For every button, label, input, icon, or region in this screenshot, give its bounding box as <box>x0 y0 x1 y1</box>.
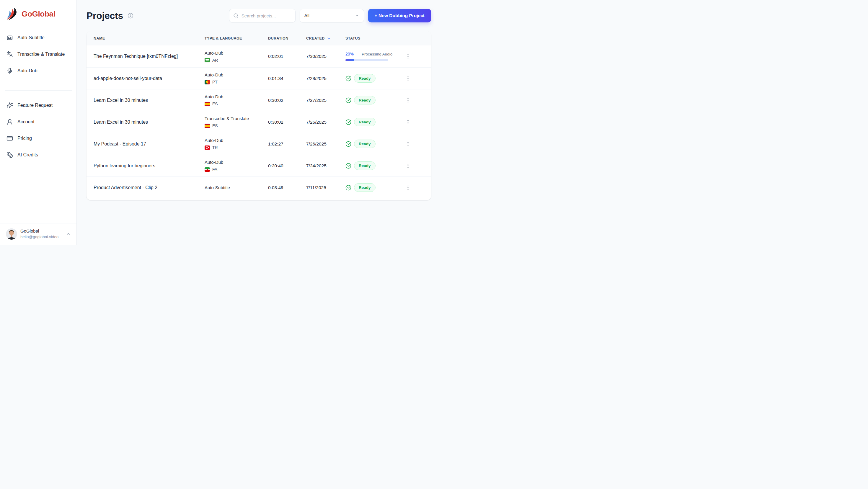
status-ready: Ready <box>345 74 400 83</box>
translate-icon <box>6 51 13 58</box>
project-type-language: Auto-Dub AR <box>205 51 268 63</box>
check-circle-icon <box>345 163 351 169</box>
project-type: Auto-Subtitle <box>205 185 268 190</box>
check-circle-icon <box>345 97 351 103</box>
search-icon <box>233 13 239 18</box>
project-name: My Podcast - Episode 17 <box>94 141 205 147</box>
sidebar-item-auto-dub[interactable]: Auto-Dub <box>4 64 73 77</box>
project-type-language: Auto-Dub FA <box>205 160 268 172</box>
project-type-language: Auto-Subtitle <box>205 185 268 190</box>
sparkles-icon <box>6 102 13 108</box>
project-type: Auto-Dub <box>205 51 268 56</box>
kebab-menu-icon <box>405 54 411 59</box>
row-actions-menu-button[interactable] <box>403 73 413 84</box>
sidebar-item-pricing[interactable]: Pricing <box>4 132 73 145</box>
project-status: Ready <box>345 183 400 192</box>
main-content: Projects All + New Dub <box>77 0 434 244</box>
kebab-menu-icon <box>405 97 411 103</box>
search-box <box>229 9 296 23</box>
project-language: FA <box>205 167 268 172</box>
table-row: Learn Excel in 30 minutes Transcribe & T… <box>87 111 431 133</box>
project-type-language: Auto-Dub TR <box>205 138 268 150</box>
brand-name: GoGlobal <box>22 9 56 19</box>
table-row: My Podcast - Episode 17 Auto-Dub TR 1:02… <box>87 133 431 155</box>
sidebar-item-auto-subtitle[interactable]: Auto-Subtitle <box>4 31 73 44</box>
new-dubbing-project-button[interactable]: + New Dubbing Project <box>368 9 431 23</box>
table-row: The Feynman Technique [tkm0TNFzIeg] Auto… <box>87 45 431 67</box>
column-header-name: NAME <box>94 36 205 40</box>
project-duration: 0:03:49 <box>268 185 306 190</box>
language-flag-icon <box>205 145 210 150</box>
language-code: PT <box>212 80 218 85</box>
project-name: Learn Excel in 30 minutes <box>94 120 205 125</box>
row-actions-menu-button[interactable] <box>403 51 413 61</box>
project-created-date: 7/26/2025 <box>306 120 345 125</box>
chevron-down-icon <box>354 13 359 18</box>
project-duration: 0:01:34 <box>268 76 306 81</box>
sort-chevron-down-icon <box>327 36 331 41</box>
language-code: ES <box>212 123 218 128</box>
search-input[interactable] <box>242 13 291 18</box>
row-actions-menu-button[interactable] <box>403 183 413 193</box>
sidebar-item-feature-request[interactable]: Feature Request <box>4 99 73 112</box>
status-badge: Ready <box>354 161 376 170</box>
project-name: Python learning for beginners <box>94 163 205 168</box>
primary-nav: Auto-Subtitle Transcribe & Translate Aut… <box>0 23 76 77</box>
kebab-menu-icon <box>405 75 411 82</box>
table-row: ad-apple-does-not-sell-your-data Auto-Du… <box>87 67 431 89</box>
page-title: Projects <box>87 10 123 21</box>
project-type: Auto-Dub <box>205 160 268 165</box>
project-created-date: 7/11/2025 <box>306 185 345 190</box>
sidebar-item-transcribe-translate[interactable]: Transcribe & Translate <box>4 48 73 61</box>
project-language: ES <box>205 101 268 106</box>
column-header-status: STATUS <box>345 36 400 40</box>
status-ready: Ready <box>345 118 400 126</box>
project-duration: 1:02:27 <box>268 141 306 147</box>
brand-logo[interactable]: GoGlobal <box>0 0 76 23</box>
sidebar-item-label: AI Credits <box>18 152 38 158</box>
project-duration: 0:20:40 <box>268 163 306 168</box>
table-row: Python learning for beginners Auto-Dub F… <box>87 155 431 176</box>
filter-value: All <box>304 13 309 18</box>
project-name: The Feynman Technique [tkm0TNFzIeg] <box>94 54 205 59</box>
project-type: Transcribe & Translate <box>205 116 268 121</box>
info-icon[interactable] <box>128 13 133 19</box>
language-flag-icon <box>205 167 210 172</box>
goglobal-logo-icon <box>5 7 19 21</box>
row-actions-menu-button[interactable] <box>403 161 413 171</box>
language-code: AR <box>212 58 218 63</box>
captions-icon <box>6 35 13 41</box>
project-duration: 0:30:02 <box>268 98 306 103</box>
project-duration: 0:30:02 <box>268 120 306 125</box>
project-name: ad-apple-does-not-sell-your-data <box>94 76 205 81</box>
user-menu[interactable]: GoGlobal hello@goglobal.video <box>0 223 76 244</box>
kebab-menu-icon <box>405 163 411 169</box>
sidebar-item-label: Pricing <box>18 136 32 141</box>
filter-select[interactable]: All <box>300 9 364 23</box>
language-flag-icon <box>205 80 210 85</box>
progress-stage-label: Processing Audio <box>362 52 392 56</box>
row-actions-menu-button[interactable] <box>403 117 413 127</box>
project-status: Ready <box>345 139 400 148</box>
progress-bar-fill <box>345 59 354 61</box>
sidebar-item-account[interactable]: Account <box>4 116 73 128</box>
sidebar-item-label: Auto-Dub <box>18 68 37 73</box>
status-badge: Ready <box>354 118 376 126</box>
project-language: PT <box>205 80 268 85</box>
project-duration: 0:02:01 <box>268 54 306 59</box>
project-created-date: 7/26/2025 <box>306 141 345 147</box>
user-email: hello@goglobal.video <box>20 235 58 240</box>
row-actions-menu-button[interactable] <box>403 139 413 149</box>
row-actions-menu-button[interactable] <box>403 95 413 105</box>
table-header: NAME TYPE & LANGUAGE DURATION CREATED ST… <box>87 31 431 45</box>
kebab-menu-icon <box>405 185 411 191</box>
project-created-date: 7/30/2025 <box>306 54 345 59</box>
column-header-created[interactable]: CREATED <box>306 36 345 41</box>
project-type: Auto-Dub <box>205 72 268 77</box>
sidebar-item-ai-credits[interactable]: AI Credits <box>4 149 73 161</box>
project-status: Ready <box>345 96 400 104</box>
chevron-up-icon <box>66 232 70 236</box>
project-type-language: Auto-Dub ES <box>205 94 268 106</box>
status-badge: Ready <box>354 96 376 104</box>
status-ready: Ready <box>345 183 400 192</box>
